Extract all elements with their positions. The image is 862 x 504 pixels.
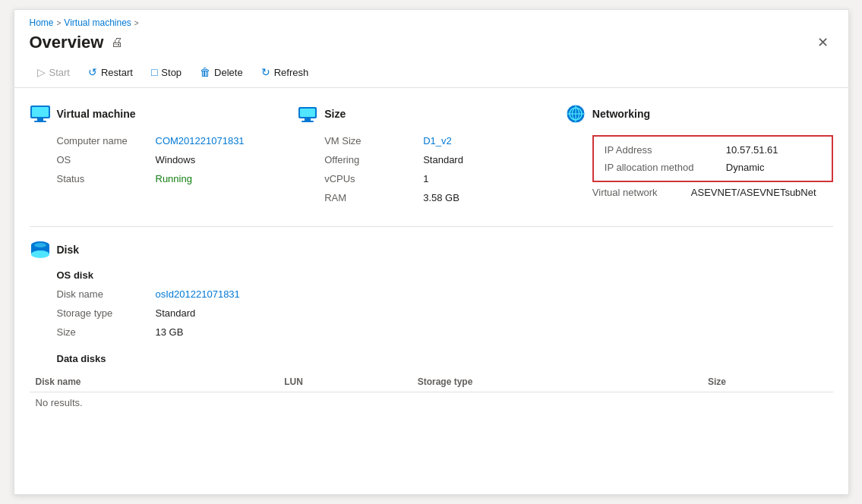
networking-ipmethod-row: IP allocation method Dynamic — [605, 162, 821, 173]
refresh-button[interactable]: ↻ Refresh — [254, 63, 317, 81]
svg-point-15 — [31, 250, 49, 258]
close-button[interactable]: ✕ — [813, 33, 833, 52]
size-ram-label: RAM — [324, 192, 423, 203]
col-storagetype: Storage type — [412, 372, 702, 392]
size-prop-ram: RAM 3.58 GB — [297, 192, 565, 203]
no-results-row: No results. — [30, 392, 833, 414]
refresh-icon: ↻ — [261, 66, 270, 78]
breadcrumb-sep1: > — [57, 19, 62, 27]
divider — [30, 226, 833, 227]
print-icon[interactable]: 🖨 — [111, 36, 123, 49]
size-vcpus-label: vCPUs — [324, 173, 423, 184]
vm-section-title: Virtual machine — [57, 108, 136, 120]
networking-ip-label: IP Address — [605, 144, 726, 156]
networking-ipmethod-label: IP allocation method — [605, 162, 726, 173]
networking-section-title: Networking — [592, 108, 650, 120]
os-disk-title: OS disk — [30, 269, 833, 281]
networking-ip-row: IP Address 10.57.51.61 — [605, 144, 821, 156]
networking-vnet-label: Virtual network — [592, 187, 691, 198]
restart-icon: ↺ — [88, 66, 97, 78]
size-vmsize-value[interactable]: D1_v2 — [423, 135, 452, 146]
disk-prop-name: Disk name osId201221071831 — [30, 288, 833, 300]
svg-rect-5 — [300, 109, 315, 117]
svg-rect-1 — [32, 107, 49, 117]
vm-prop-os: OS Windows — [30, 154, 298, 165]
size-icon — [297, 103, 318, 124]
size-section-header: Size — [297, 103, 565, 124]
breadcrumb: Home > Virtual machines > — [14, 10, 848, 28]
disk-icon — [30, 239, 51, 260]
header-row: Overview 🖨 ✕ — [14, 28, 848, 58]
networking-ip-value: 10.57.51.61 — [726, 144, 778, 156]
disk-size-label: Size — [57, 326, 156, 338]
size-vmsize-label: VM Size — [324, 135, 423, 146]
disk-storagetype-value: Standard — [156, 307, 196, 319]
stop-icon: □ — [151, 66, 157, 78]
start-label: Start — [49, 67, 70, 78]
disk-name-value[interactable]: osId201221071831 — [156, 288, 240, 300]
disk-section-title: Disk — [57, 244, 80, 256]
vm-icon — [30, 103, 51, 124]
networking-highlighted-box: IP Address 10.57.51.61 IP allocation met… — [592, 135, 833, 182]
delete-button[interactable]: 🗑 Delete — [192, 63, 251, 81]
size-section: Size VM Size D1_v2 Offering Standard vCP… — [297, 103, 565, 211]
col-lun: LUN — [278, 372, 411, 392]
delete-icon: 🗑 — [200, 66, 210, 78]
overview-panel: Home > Virtual machines > Overview 🖨 ✕ ▷… — [14, 9, 849, 495]
col-size: Size — [702, 372, 833, 392]
main-content: Virtual machine Computer name COM2012210… — [14, 88, 848, 428]
vm-status-label: Status — [57, 173, 156, 184]
disk-storagetype-label: Storage type — [57, 307, 156, 319]
networking-vnet-row: Virtual network ASEVNET/ASEVNETsubNet — [565, 187, 833, 198]
restart-button[interactable]: ↺ Restart — [81, 63, 141, 81]
size-prop-vmsize: VM Size D1_v2 — [297, 135, 565, 146]
vm-computername-value[interactable]: COM201221071831 — [156, 135, 245, 146]
disk-prop-size: Size 13 GB — [30, 326, 833, 338]
size-section-title: Size — [324, 108, 346, 120]
page-title: Overview — [30, 33, 104, 52]
size-prop-vcpus: vCPUs 1 — [297, 173, 565, 184]
vm-os-value: Windows — [156, 154, 196, 165]
breadcrumb-home[interactable]: Home — [30, 17, 54, 28]
data-disks-title: Data disks — [30, 353, 833, 364]
size-ram-value: 3.58 GB — [423, 192, 459, 203]
networking-ipmethod-value: Dynamic — [726, 162, 765, 173]
disk-name-label: Disk name — [57, 288, 156, 300]
svg-rect-2 — [37, 118, 43, 121]
vm-status-value: Running — [156, 173, 192, 184]
stop-button[interactable]: □ Stop — [144, 63, 189, 81]
networking-vnet-value: ASEVNET/ASEVNETsubNet — [691, 187, 816, 198]
title-area: Overview 🖨 — [30, 33, 124, 52]
start-icon: ▷ — [37, 66, 46, 78]
networking-section-header: Networking — [565, 103, 833, 124]
vm-os-label: OS — [57, 154, 156, 165]
size-vcpus-value: 1 — [423, 173, 428, 184]
vm-section: Virtual machine Computer name COM2012210… — [30, 103, 298, 211]
toolbar: ▷ Start ↺ Restart □ Stop 🗑 Delete ↻ Refr… — [14, 58, 848, 88]
refresh-label: Refresh — [274, 67, 309, 78]
vm-section-header: Virtual machine — [30, 103, 298, 124]
disk-section: Disk OS disk Disk name osId201221071831 … — [30, 239, 833, 413]
no-results-text: No results. — [30, 392, 833, 414]
size-offering-label: Offering — [324, 154, 423, 165]
vm-prop-computername: Computer name COM201221071831 — [30, 135, 298, 146]
vm-computername-label: Computer name — [57, 135, 156, 146]
breadcrumb-sep2: > — [134, 19, 139, 27]
disk-size-value: 13 GB — [156, 326, 184, 338]
size-offering-value: Standard — [423, 154, 463, 165]
start-button[interactable]: ▷ Start — [30, 63, 77, 81]
disk-section-header: Disk — [30, 239, 833, 260]
col-diskname: Disk name — [30, 372, 279, 392]
disk-prop-storagetype: Storage type Standard — [30, 307, 833, 319]
size-prop-offering: Offering Standard — [297, 154, 565, 165]
vm-prop-status: Status Running — [30, 173, 298, 184]
networking-section: Networking IP Address 10.57.51.61 IP all… — [565, 103, 833, 211]
restart-label: Restart — [101, 67, 133, 78]
data-disks-table: Disk name LUN Storage type Size No resul… — [30, 372, 833, 413]
svg-rect-3 — [34, 121, 46, 122]
sections-row: Virtual machine Computer name COM2012210… — [30, 103, 833, 211]
breadcrumb-vms[interactable]: Virtual machines — [64, 17, 131, 28]
delete-label: Delete — [214, 67, 243, 78]
svg-rect-7 — [302, 121, 314, 122]
svg-point-16 — [34, 243, 46, 247]
